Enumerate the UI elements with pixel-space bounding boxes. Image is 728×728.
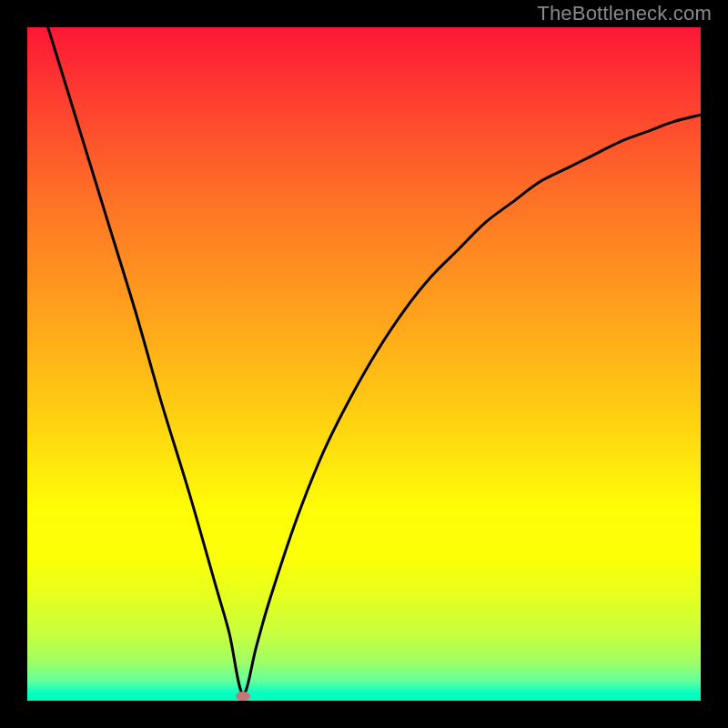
optimal-point-marker [236, 692, 250, 701]
curve-path [27, 27, 701, 694]
plot-area [27, 27, 701, 701]
bottleneck-curve [27, 27, 701, 701]
chart-container: TheBottleneck.com [0, 0, 728, 728]
watermark-text: TheBottleneck.com [537, 2, 712, 25]
